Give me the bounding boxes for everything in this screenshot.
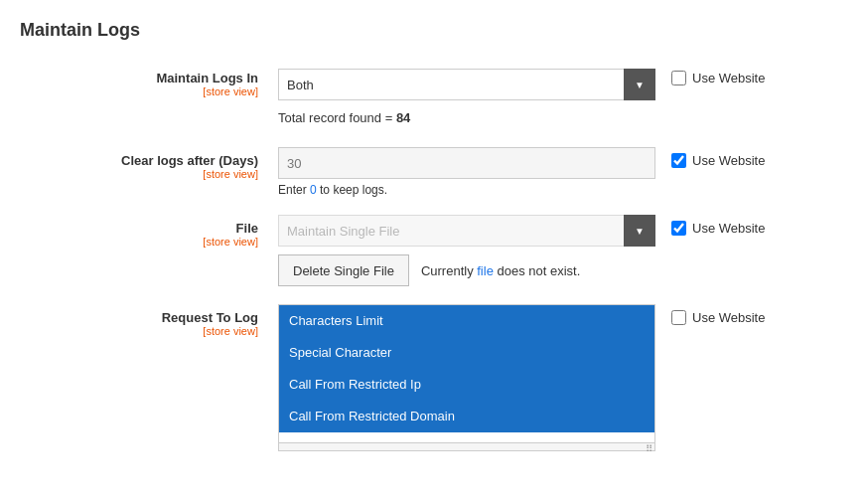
total-count: 84 bbox=[396, 110, 410, 125]
maintain-logs-in-use-website-checkbox[interactable] bbox=[671, 71, 686, 85]
page-title: Maintain Logs bbox=[20, 20, 848, 41]
list-item[interactable]: Characters Limit bbox=[279, 305, 654, 337]
list-item[interactable]: Call From Restricted Ip bbox=[279, 369, 654, 401]
multiselect-resize-handle[interactable]: ⠿ bbox=[278, 443, 655, 451]
clear-logs-store-view: [store view] bbox=[20, 168, 258, 180]
clear-logs-use-website-checkbox[interactable] bbox=[671, 153, 686, 168]
delete-single-file-button[interactable]: Delete Single File bbox=[278, 254, 409, 286]
request-to-log-use-website-checkbox[interactable] bbox=[671, 310, 686, 325]
maintain-logs-in-select[interactable]: Both Database File bbox=[278, 69, 655, 100]
file-select[interactable]: Maintain Single File Multiple Files bbox=[278, 215, 655, 247]
file-status-link[interactable]: file bbox=[477, 263, 494, 278]
clear-logs-hint: Enter 0 to keep logs. bbox=[278, 183, 655, 197]
request-to-log-store-view: [store view] bbox=[20, 325, 258, 337]
file-use-website-checkbox[interactable] bbox=[671, 221, 686, 236]
file-store-view: [store view] bbox=[20, 236, 258, 248]
file-status-text: Currently file does not exist. bbox=[421, 263, 580, 278]
list-item[interactable]: Special Character bbox=[279, 337, 654, 369]
request-to-log-use-website-label: Use Website bbox=[692, 310, 765, 325]
clear-logs-use-website-label: Use Website bbox=[692, 153, 765, 168]
request-to-log-multiselect[interactable]: Characters LimitSpecial CharacterCall Fr… bbox=[278, 304, 655, 443]
file-label: File bbox=[236, 221, 258, 236]
clear-logs-input[interactable] bbox=[278, 147, 655, 179]
file-use-website-label: Use Website bbox=[692, 221, 765, 236]
total-record-text: Total record found = 84 bbox=[278, 110, 655, 125]
list-item[interactable]: Call From Restricted Domain bbox=[279, 401, 654, 432]
maintain-logs-in-use-website-label: Use Website bbox=[692, 71, 765, 85]
clear-logs-label: Clear logs after (Days) bbox=[121, 153, 258, 168]
maintain-logs-in-label: Maintain Logs In bbox=[156, 71, 258, 85]
hint-zero-link[interactable]: 0 bbox=[310, 183, 317, 197]
maintain-logs-in-store-view: [store view] bbox=[20, 85, 258, 97]
request-to-log-label: Request To Log bbox=[162, 310, 258, 325]
